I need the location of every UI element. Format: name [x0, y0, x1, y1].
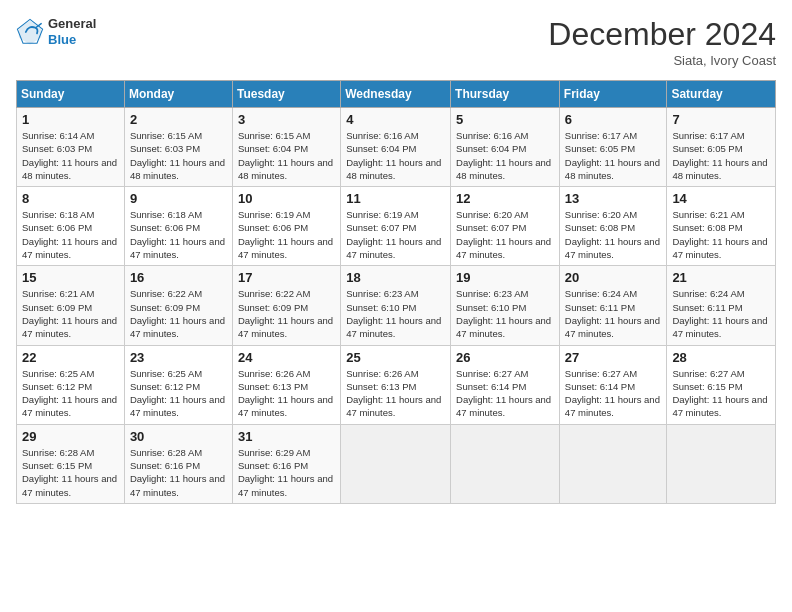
calendar-week-row: 15Sunrise: 6:21 AM Sunset: 6:09 PM Dayli…: [17, 266, 776, 345]
location-subtitle: Siata, Ivory Coast: [548, 53, 776, 68]
day-info: Sunrise: 6:22 AM Sunset: 6:09 PM Dayligh…: [130, 287, 227, 340]
calendar-week-row: 22Sunrise: 6:25 AM Sunset: 6:12 PM Dayli…: [17, 345, 776, 424]
day-number: 2: [130, 112, 227, 127]
calendar-cell: 3Sunrise: 6:15 AM Sunset: 6:04 PM Daylig…: [232, 108, 340, 187]
calendar-cell: 25Sunrise: 6:26 AM Sunset: 6:13 PM Dayli…: [341, 345, 451, 424]
weekday-header-saturday: Saturday: [667, 81, 776, 108]
day-number: 16: [130, 270, 227, 285]
calendar-cell: 12Sunrise: 6:20 AM Sunset: 6:07 PM Dayli…: [451, 187, 560, 266]
logo-general: General: [48, 16, 96, 32]
calendar-cell: 21Sunrise: 6:24 AM Sunset: 6:11 PM Dayli…: [667, 266, 776, 345]
day-number: 29: [22, 429, 119, 444]
day-info: Sunrise: 6:23 AM Sunset: 6:10 PM Dayligh…: [346, 287, 445, 340]
month-title: December 2024: [548, 16, 776, 53]
calendar-cell: 26Sunrise: 6:27 AM Sunset: 6:14 PM Dayli…: [451, 345, 560, 424]
calendar-cell: 2Sunrise: 6:15 AM Sunset: 6:03 PM Daylig…: [124, 108, 232, 187]
day-info: Sunrise: 6:27 AM Sunset: 6:14 PM Dayligh…: [456, 367, 554, 420]
calendar-cell: 5Sunrise: 6:16 AM Sunset: 6:04 PM Daylig…: [451, 108, 560, 187]
day-info: Sunrise: 6:27 AM Sunset: 6:14 PM Dayligh…: [565, 367, 662, 420]
calendar-cell: 18Sunrise: 6:23 AM Sunset: 6:10 PM Dayli…: [341, 266, 451, 345]
day-number: 15: [22, 270, 119, 285]
day-number: 5: [456, 112, 554, 127]
calendar-cell: 9Sunrise: 6:18 AM Sunset: 6:06 PM Daylig…: [124, 187, 232, 266]
day-info: Sunrise: 6:20 AM Sunset: 6:08 PM Dayligh…: [565, 208, 662, 261]
weekday-header-row: SundayMondayTuesdayWednesdayThursdayFrid…: [17, 81, 776, 108]
calendar-cell: 7Sunrise: 6:17 AM Sunset: 6:05 PM Daylig…: [667, 108, 776, 187]
calendar-cell: 4Sunrise: 6:16 AM Sunset: 6:04 PM Daylig…: [341, 108, 451, 187]
logo-icon: [16, 18, 44, 46]
calendar-cell: 8Sunrise: 6:18 AM Sunset: 6:06 PM Daylig…: [17, 187, 125, 266]
day-number: 1: [22, 112, 119, 127]
day-number: 20: [565, 270, 662, 285]
weekday-header-tuesday: Tuesday: [232, 81, 340, 108]
day-number: 6: [565, 112, 662, 127]
day-number: 18: [346, 270, 445, 285]
day-number: 25: [346, 350, 445, 365]
day-number: 4: [346, 112, 445, 127]
day-info: Sunrise: 6:16 AM Sunset: 6:04 PM Dayligh…: [346, 129, 445, 182]
calendar-cell: 31Sunrise: 6:29 AM Sunset: 6:16 PM Dayli…: [232, 424, 340, 503]
calendar-cell: 6Sunrise: 6:17 AM Sunset: 6:05 PM Daylig…: [559, 108, 667, 187]
day-info: Sunrise: 6:22 AM Sunset: 6:09 PM Dayligh…: [238, 287, 335, 340]
day-info: Sunrise: 6:17 AM Sunset: 6:05 PM Dayligh…: [565, 129, 662, 182]
day-number: 13: [565, 191, 662, 206]
calendar-cell: 24Sunrise: 6:26 AM Sunset: 6:13 PM Dayli…: [232, 345, 340, 424]
day-info: Sunrise: 6:24 AM Sunset: 6:11 PM Dayligh…: [565, 287, 662, 340]
day-number: 27: [565, 350, 662, 365]
calendar-cell: 11Sunrise: 6:19 AM Sunset: 6:07 PM Dayli…: [341, 187, 451, 266]
calendar-cell: 27Sunrise: 6:27 AM Sunset: 6:14 PM Dayli…: [559, 345, 667, 424]
calendar-cell: [341, 424, 451, 503]
page-header: General Blue December 2024 Siata, Ivory …: [16, 16, 776, 68]
day-info: Sunrise: 6:25 AM Sunset: 6:12 PM Dayligh…: [22, 367, 119, 420]
calendar-cell: 19Sunrise: 6:23 AM Sunset: 6:10 PM Dayli…: [451, 266, 560, 345]
day-number: 7: [672, 112, 770, 127]
day-number: 14: [672, 191, 770, 206]
calendar-week-row: 8Sunrise: 6:18 AM Sunset: 6:06 PM Daylig…: [17, 187, 776, 266]
logo-text: General Blue: [48, 16, 96, 47]
day-number: 9: [130, 191, 227, 206]
calendar-cell: 13Sunrise: 6:20 AM Sunset: 6:08 PM Dayli…: [559, 187, 667, 266]
calendar-cell: 17Sunrise: 6:22 AM Sunset: 6:09 PM Dayli…: [232, 266, 340, 345]
weekday-header-monday: Monday: [124, 81, 232, 108]
day-number: 24: [238, 350, 335, 365]
calendar-cell: 20Sunrise: 6:24 AM Sunset: 6:11 PM Dayli…: [559, 266, 667, 345]
day-info: Sunrise: 6:16 AM Sunset: 6:04 PM Dayligh…: [456, 129, 554, 182]
day-number: 10: [238, 191, 335, 206]
day-info: Sunrise: 6:27 AM Sunset: 6:15 PM Dayligh…: [672, 367, 770, 420]
day-info: Sunrise: 6:28 AM Sunset: 6:15 PM Dayligh…: [22, 446, 119, 499]
day-number: 22: [22, 350, 119, 365]
calendar-cell: [451, 424, 560, 503]
calendar-table: SundayMondayTuesdayWednesdayThursdayFrid…: [16, 80, 776, 504]
day-number: 12: [456, 191, 554, 206]
calendar-cell: 16Sunrise: 6:22 AM Sunset: 6:09 PM Dayli…: [124, 266, 232, 345]
day-info: Sunrise: 6:21 AM Sunset: 6:08 PM Dayligh…: [672, 208, 770, 261]
calendar-cell: 28Sunrise: 6:27 AM Sunset: 6:15 PM Dayli…: [667, 345, 776, 424]
day-info: Sunrise: 6:26 AM Sunset: 6:13 PM Dayligh…: [238, 367, 335, 420]
day-info: Sunrise: 6:29 AM Sunset: 6:16 PM Dayligh…: [238, 446, 335, 499]
day-number: 8: [22, 191, 119, 206]
calendar-week-row: 1Sunrise: 6:14 AM Sunset: 6:03 PM Daylig…: [17, 108, 776, 187]
day-info: Sunrise: 6:15 AM Sunset: 6:03 PM Dayligh…: [130, 129, 227, 182]
weekday-header-friday: Friday: [559, 81, 667, 108]
weekday-header-wednesday: Wednesday: [341, 81, 451, 108]
calendar-cell: 22Sunrise: 6:25 AM Sunset: 6:12 PM Dayli…: [17, 345, 125, 424]
day-info: Sunrise: 6:19 AM Sunset: 6:07 PM Dayligh…: [346, 208, 445, 261]
weekday-header-thursday: Thursday: [451, 81, 560, 108]
day-info: Sunrise: 6:24 AM Sunset: 6:11 PM Dayligh…: [672, 287, 770, 340]
day-info: Sunrise: 6:17 AM Sunset: 6:05 PM Dayligh…: [672, 129, 770, 182]
day-info: Sunrise: 6:26 AM Sunset: 6:13 PM Dayligh…: [346, 367, 445, 420]
day-number: 31: [238, 429, 335, 444]
day-info: Sunrise: 6:21 AM Sunset: 6:09 PM Dayligh…: [22, 287, 119, 340]
day-info: Sunrise: 6:15 AM Sunset: 6:04 PM Dayligh…: [238, 129, 335, 182]
day-number: 19: [456, 270, 554, 285]
day-number: 23: [130, 350, 227, 365]
day-number: 11: [346, 191, 445, 206]
calendar-cell: 1Sunrise: 6:14 AM Sunset: 6:03 PM Daylig…: [17, 108, 125, 187]
calendar-cell: 30Sunrise: 6:28 AM Sunset: 6:16 PM Dayli…: [124, 424, 232, 503]
day-info: Sunrise: 6:23 AM Sunset: 6:10 PM Dayligh…: [456, 287, 554, 340]
calendar-cell: 15Sunrise: 6:21 AM Sunset: 6:09 PM Dayli…: [17, 266, 125, 345]
day-info: Sunrise: 6:25 AM Sunset: 6:12 PM Dayligh…: [130, 367, 227, 420]
day-number: 3: [238, 112, 335, 127]
title-area: December 2024 Siata, Ivory Coast: [548, 16, 776, 68]
day-number: 30: [130, 429, 227, 444]
